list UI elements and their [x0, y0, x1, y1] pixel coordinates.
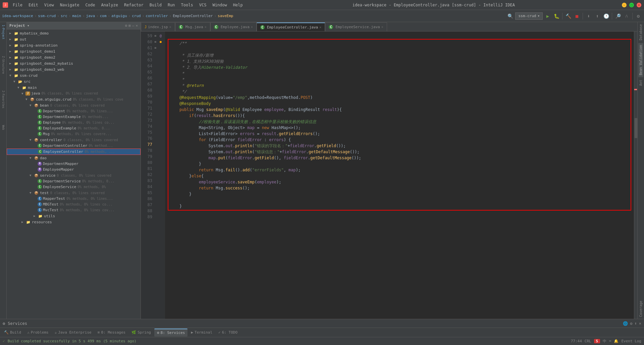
tree-item-resources[interactable]: ▶ 📁 resources — [7, 219, 141, 225]
java-enterprise-tab[interactable]: ☕ Java Enterprise — [52, 329, 94, 337]
find-btn[interactable]: 🔎 — [614, 12, 622, 20]
tree-item-employee[interactable]: C Employee 0% methods, 0% lines co... — [7, 120, 141, 125]
tree-item-msg[interactable]: C Msg 0% methods, 0% lines covere... — [7, 131, 141, 137]
bean-validation-label[interactable]: Bean Validation — [638, 43, 643, 77]
tree-item-department[interactable]: C Department 0% methods, 0% lines... — [7, 108, 141, 114]
tree-item-dao[interactable]: ▼ 📦 dao — [7, 155, 141, 161]
notification-icon[interactable]: 🔔 — [614, 339, 619, 343]
debug-btn[interactable]: 🐛 — [553, 12, 560, 20]
menu-tools[interactable]: Tools — [178, 2, 196, 8]
event-log-label[interactable]: Event Log — [621, 339, 641, 343]
tab-close-icon[interactable]: × — [381, 25, 383, 29]
tree-item-utils[interactable]: ▶ 📁 utils — [7, 213, 141, 219]
build-btn[interactable]: 🔨 — [565, 12, 572, 20]
tab-msg-java[interactable]: C Msg.java × — [175, 22, 210, 31]
menu-vcs[interactable]: VCS — [197, 2, 209, 8]
git-push-btn[interactable]: ⬆ — [594, 12, 601, 20]
tree-item-emp-service[interactable]: C EmployeeService 0% methods, 0% — [7, 184, 141, 190]
menu-edit[interactable]: Edit — [26, 2, 41, 8]
code-editor[interactable]: 59 60 61 62 63 64 65 66 67 68 69 70 71 7… — [141, 32, 637, 319]
maximize-icon[interactable]: ⬆ — [635, 321, 637, 326]
todo-tab[interactable]: ✓ 6: TODO — [216, 329, 240, 337]
project-dropdown[interactable]: idea-workspace › ssm-crud › src › main ›… — [2, 14, 233, 18]
menu-build[interactable]: Build — [147, 2, 164, 8]
tree-item-src[interactable]: ▼ 📂 src — [7, 78, 141, 84]
problems-tab[interactable]: ⚠ Problems — [24, 329, 51, 337]
minimize-button[interactable]: − — [622, 3, 627, 7]
tree-item-dept-mapper[interactable]: M DepartmentMapper — [7, 161, 141, 167]
tab-close-icon[interactable]: × — [319, 25, 321, 29]
menu-navigate[interactable]: Navigate — [57, 2, 82, 8]
menu-refactor[interactable]: Refactor — [121, 2, 146, 8]
structure-icon[interactable]: Z-Structure — [1, 55, 5, 75]
tree-item-emp-controller[interactable]: C EmployeeController 0% methods, ... — [7, 149, 141, 155]
tab-close-icon[interactable]: × — [169, 25, 171, 29]
tab-employee-controller[interactable]: C EmployeeController.java × — [257, 22, 325, 31]
expand-icon[interactable]: ⊞ — [128, 23, 131, 28]
tree-item-dept-controller[interactable]: C DepartmentController 0% method... — [7, 143, 141, 149]
close-button[interactable]: × — [637, 3, 641, 7]
coverage-label[interactable]: Coverage — [638, 299, 643, 319]
tree-item-springboot2-mybatis[interactable]: ▶ 📁 springboot_demo2_mybatis — [7, 60, 141, 66]
git-history-btn[interactable]: 🕐 — [602, 12, 610, 20]
close-panel-btn[interactable]: × — [639, 321, 641, 326]
language-label[interactable]: 中 — [603, 339, 606, 344]
settings-icon[interactable]: ⚙ — [630, 321, 632, 326]
tree-item-out[interactable]: ▶ 📁 out — [7, 36, 141, 42]
tree-item-service-pkg[interactable]: ▼ 📦 service 0 classes, 0% lines covered — [7, 172, 141, 178]
cog-icon[interactable]: ⚙ — [125, 23, 127, 28]
vcs-btn[interactable]: ⑃ — [623, 12, 630, 20]
collapse-icon[interactable]: — — [132, 23, 135, 28]
tree-item-bean[interactable]: ▼ 📦 bean 0 classes, 0% lines covered — [7, 102, 141, 108]
tree-item-employee-example[interactable]: C EmployeeExample 0% methods, 0... — [7, 125, 141, 131]
tab-index-jsp[interactable]: J index.jsp × — [141, 22, 175, 31]
cursor-position[interactable]: 77:44 — [571, 339, 582, 343]
tree-item-spring-annotation[interactable]: ▶ 📁 spring-annotation — [7, 42, 141, 48]
ant-panel-label[interactable]: Ant — [638, 78, 643, 88]
maximize-button[interactable]: □ — [629, 3, 634, 7]
close-panel-icon[interactable]: × — [136, 23, 138, 28]
tab-employee-java[interactable]: C Employee.java × — [210, 22, 257, 31]
build-tab[interactable]: 🔨 Build — [1, 329, 24, 337]
tree-item-controller-pkg[interactable]: ▼ 📦 controller 0 classes, 0% lines cover… — [7, 137, 141, 143]
run-btn[interactable]: ▶ — [544, 12, 551, 20]
web-icon[interactable]: Web — [1, 124, 5, 131]
menu-view[interactable]: View — [42, 2, 57, 8]
messages-tab[interactable]: ≡ 0: Messages — [95, 329, 128, 337]
tab-close-icon[interactable]: × — [251, 25, 253, 29]
tree-item-mybatisx[interactable]: ▶ 📁 mybatisx_demo — [7, 30, 141, 36]
menu-window[interactable]: Window — [210, 2, 229, 8]
line-ending[interactable]: CRL — [585, 339, 591, 343]
tree-item-mbg-test[interactable]: C MBGTest 0% methods, 0% lines co... — [7, 202, 141, 207]
tree-item-department-example[interactable]: C DepartmentExample 0% methods... — [7, 114, 141, 120]
spring-tab[interactable]: 🌿 Spring — [129, 329, 154, 337]
settings-btn[interactable]: ⚙ — [635, 12, 642, 20]
tree-item-ssm-crud[interactable]: ▼ 📁 ssm-crud — [7, 72, 141, 78]
tree-item-java[interactable]: ▼ J java 0% classes, 0% lines covered — [7, 91, 141, 96]
tree-item-dept-service[interactable]: C DepartmentService 0% methods, 0... — [7, 178, 141, 184]
database-panel-label[interactable]: Database — [638, 22, 643, 42]
tree-item-mvc-test[interactable]: C MvcTest 0% methods, 0% lines cov... — [7, 207, 141, 213]
tree-item-springboot2[interactable]: ▶ 📁 springboot_demo2 — [7, 54, 141, 60]
services-tab[interactable]: ⚙ 8: Services — [154, 329, 187, 337]
project-panel-icon[interactable]: 1-Project — [1, 23, 5, 41]
tab-employee-service[interactable]: C EmployeeService.java × — [325, 22, 387, 31]
menu-run[interactable]: Run — [165, 2, 178, 8]
run-config-dropdown[interactable]: ssm-crud ▾ — [515, 12, 543, 20]
menu-analyze[interactable]: Analyze — [98, 2, 121, 8]
tree-item-mapper-test[interactable]: C MapperTest 0% methods, 0% lines... — [7, 196, 141, 202]
code-content[interactable]: /** * 员工保存/新增 * 1、支持JSR303校验 * 2、导入Hiber… — [165, 32, 634, 319]
editor-scrollbar[interactable] — [634, 32, 637, 319]
tab-close-icon[interactable]: × — [205, 25, 207, 29]
globe-icon[interactable]: 🌐 — [623, 321, 628, 326]
git-update-btn[interactable]: ⬇ — [585, 12, 592, 20]
menu-file[interactable]: File — [10, 2, 25, 8]
menu-code[interactable]: Code — [83, 2, 98, 8]
terminal-tab[interactable]: ▶ Terminal — [188, 329, 215, 337]
menu-help[interactable]: Help — [230, 2, 246, 8]
tree-item-com-atguigu[interactable]: ▼ 📦 com.atguigu.crud 0% classes, 0% line… — [7, 96, 141, 102]
tree-item-springboot1[interactable]: ▶ 📁 springboot_demo1 — [7, 48, 141, 54]
favorites-icon[interactable]: 2-Favorites — [1, 89, 5, 110]
tree-item-test-pkg[interactable]: ▼ 📦 test 0 classes, 0% lines covered — [7, 190, 141, 196]
stop-btn[interactable]: ■ — [573, 12, 581, 20]
